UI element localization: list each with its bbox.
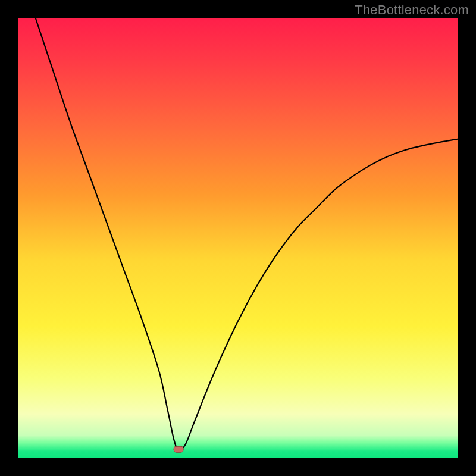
chart-container: { "watermark": "TheBottleneck.com", "cha… bbox=[0, 0, 476, 476]
bottleneck-chart bbox=[0, 0, 476, 476]
plot-background bbox=[18, 18, 458, 458]
optimal-point-marker bbox=[174, 446, 183, 452]
watermark-text: TheBottleneck.com bbox=[355, 2, 469, 18]
